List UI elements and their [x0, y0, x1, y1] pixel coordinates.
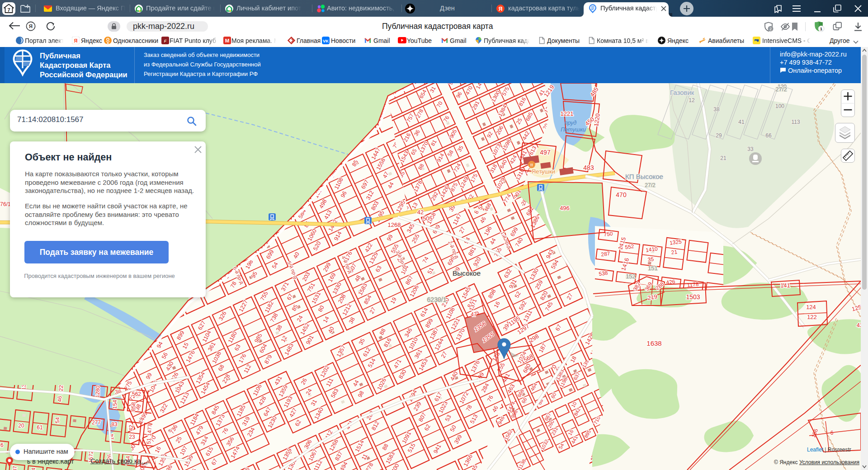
svg-text:47: 47 [471, 311, 477, 318]
svg-text:54: 54 [54, 417, 61, 423]
svg-text:27/2: 27/2 [775, 86, 787, 93]
svg-text:538: 538 [599, 270, 609, 277]
svg-text:38: 38 [713, 106, 720, 113]
svg-text:1477: 1477 [146, 424, 153, 436]
svg-text:6230/1: 6230/1 [427, 296, 447, 303]
svg-text:12: 12 [689, 97, 695, 103]
svg-text:2: 2 [769, 27, 772, 31]
svg-text:Я: Я [499, 6, 503, 12]
svg-text:100: 100 [775, 103, 784, 109]
svg-text:33: 33 [747, 146, 754, 152]
svg-text:151: 151 [648, 265, 658, 272]
svg-text:Я: Я [74, 38, 78, 43]
svg-text:122: 122 [807, 314, 817, 320]
svg-text:Высокое: Высокое [453, 269, 481, 277]
svg-text:61: 61 [37, 424, 43, 431]
svg-text:F: F [164, 39, 167, 43]
svg-text:113: 113 [791, 119, 800, 125]
svg-text:76/1: 76/1 [0, 201, 11, 207]
svg-text:552: 552 [625, 243, 635, 250]
svg-text:51: 51 [146, 438, 152, 444]
svg-text:20: 20 [18, 423, 24, 429]
svg-text:470: 470 [616, 191, 627, 198]
svg-text:562: 562 [132, 391, 141, 397]
svg-text:46: 46 [57, 396, 63, 402]
svg-text:16: 16 [0, 442, 4, 448]
svg-text:Я: Я [29, 24, 33, 29]
svg-text:1221: 1221 [561, 110, 574, 117]
svg-text:152: 152 [626, 273, 636, 280]
svg-text:141: 141 [780, 282, 790, 289]
svg-text:42: 42 [128, 425, 134, 431]
svg-text:1503: 1503 [686, 293, 700, 301]
svg-text:Газовик: Газовик [670, 89, 694, 96]
svg-text:41: 41 [738, 119, 745, 125]
svg-text:КП Высокое: КП Высокое [625, 173, 663, 180]
svg-text:483: 483 [583, 164, 594, 171]
svg-text:1: 1 [820, 26, 823, 31]
svg-text:505: 505 [423, 215, 433, 222]
svg-text:287: 287 [601, 250, 611, 258]
svg-text:804: 804 [30, 467, 37, 470]
svg-text:83: 83 [111, 421, 118, 428]
svg-text:124: 124 [806, 304, 816, 310]
svg-text:66: 66 [765, 132, 772, 139]
svg-text:Петушки: Петушки [532, 168, 555, 175]
svg-text:43: 43 [857, 322, 861, 329]
svg-text:Петушки: Петушки [561, 127, 586, 133]
svg-text:497: 497 [540, 149, 551, 156]
svg-text:!!: !! [530, 163, 533, 167]
svg-text:VK: VK [323, 38, 329, 43]
svg-text:154: 154 [112, 400, 118, 409]
svg-text:35: 35 [647, 256, 654, 263]
svg-text:27/2: 27/2 [645, 182, 656, 188]
svg-text:1280: 1280 [94, 385, 101, 398]
svg-text:29: 29 [716, 132, 722, 139]
svg-text:1268: 1268 [388, 221, 401, 228]
svg-text:42: 42 [417, 209, 424, 216]
svg-text:M: M [225, 38, 230, 43]
svg-text:21: 21 [671, 249, 678, 256]
svg-text:1638: 1638 [646, 339, 661, 347]
svg-text:277: 277 [92, 419, 101, 426]
svg-text:23: 23 [129, 434, 135, 440]
svg-text:пруд: пруд [565, 120, 577, 126]
svg-text:858: 858 [130, 402, 137, 411]
svg-text:21: 21 [720, 155, 726, 161]
svg-text:7: 7 [7, 7, 10, 13]
svg-text:496: 496 [560, 205, 570, 212]
